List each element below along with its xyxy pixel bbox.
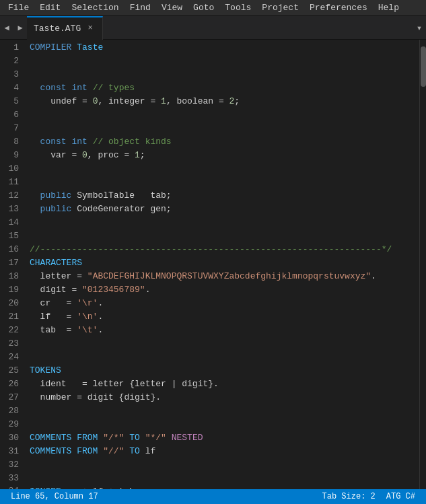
menu-goto[interactable]: Goto (188, 1, 219, 14)
line-numbers: 12345 678910 1112131415 1617181920 21222… (0, 40, 24, 489)
tab-label: Taste.ATG (34, 24, 81, 34)
tab-scroll-left[interactable]: ◀ (0, 16, 13, 40)
menu-help[interactable]: Help (373, 1, 404, 14)
menu-edit[interactable]: Edit (34, 1, 66, 14)
tab-expand-button[interactable]: ▾ (413, 16, 426, 40)
scrollbar-thumb[interactable] (421, 46, 426, 87)
statusbar: Line 65, Column 17 Tab Size: 2 ATG C# (0, 489, 426, 504)
menu-find[interactable]: Find (125, 1, 156, 14)
code-editor[interactable]: COMPILER Taste const int // types undef … (24, 40, 419, 489)
menu-preferences[interactable]: Preferences (304, 1, 373, 14)
tab-close-button[interactable]: × (85, 23, 96, 34)
status-language[interactable]: ATG C# (381, 492, 421, 501)
tabbar: ◀ ▶ Taste.ATG × ▾ (0, 16, 426, 40)
tab-scroll-right-arrow[interactable]: ▶ (13, 16, 27, 40)
menu-selection[interactable]: Selection (66, 1, 124, 14)
tab-taste-atg[interactable]: Taste.ATG × (27, 16, 103, 40)
status-position: Line 65, Column 17 (5, 492, 104, 501)
menubar: File Edit Selection Find View Goto Tools… (0, 0, 426, 16)
status-right-group: Tab Size: 2 ATG C# (317, 492, 421, 501)
menu-file[interactable]: File (3, 1, 34, 14)
menu-tools[interactable]: Tools (219, 1, 256, 14)
menu-view[interactable]: View (156, 1, 188, 14)
vertical-scrollbar[interactable] (419, 40, 426, 489)
menu-project[interactable]: Project (256, 1, 304, 14)
editor-container: 12345 678910 1112131415 1617181920 21222… (0, 40, 426, 489)
status-tab-size[interactable]: Tab Size: 2 (317, 492, 381, 501)
